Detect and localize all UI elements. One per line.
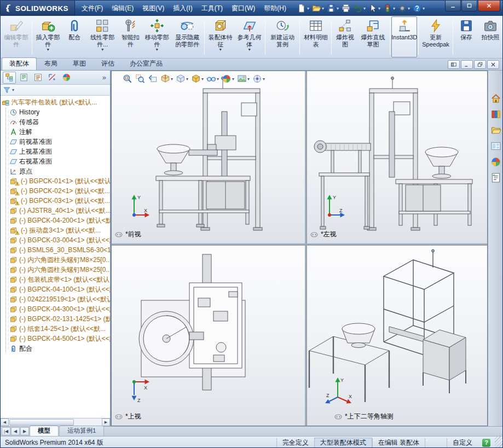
tree-item[interactable]: History xyxy=(1,107,110,117)
model-tab[interactable]: 运动算例1 xyxy=(59,426,104,436)
model-tab[interactable]: 模型 xyxy=(30,426,59,436)
edit-appearance-button[interactable]: ▾ xyxy=(221,73,235,84)
instant3d-button[interactable]: Instant3D xyxy=(391,16,417,57)
menu-item[interactable]: 文件(F) xyxy=(77,1,107,16)
viewport-front[interactable]: ▾▾▾▾▾▾▾ Y X *前视 xyxy=(112,71,305,243)
cascade-document-button[interactable] xyxy=(448,60,460,69)
command-tab[interactable]: 布局 xyxy=(37,57,65,70)
tree-item[interactable]: 前视基准面 xyxy=(1,137,110,147)
scroll-thumb[interactable] xyxy=(9,419,74,426)
solidworks-resources-tab[interactable] xyxy=(489,92,502,105)
close-window-button[interactable] xyxy=(478,1,500,11)
tree-item[interactable]: (-) 包装机皮带<1> (默认<<默认... xyxy=(1,275,110,284)
scroll-right-button[interactable]: ▶ xyxy=(102,418,110,426)
tree-item[interactable]: 原点 xyxy=(1,166,110,176)
tree-item[interactable]: (-) BGPCK-04-500<1> (默认<<默... xyxy=(1,334,110,344)
update-speedpak-button[interactable]: 更新 Speedpak xyxy=(420,16,452,57)
rebuild-button[interactable]: ▾ xyxy=(382,3,396,14)
previous-view-button[interactable] xyxy=(147,73,159,84)
menu-item[interactable]: 窗口(W) xyxy=(227,1,259,16)
minimize-document-button[interactable] xyxy=(461,60,473,69)
dimxpertmanager-tab[interactable] xyxy=(45,72,59,84)
view-settings-button[interactable]: ▾ xyxy=(251,73,266,84)
custom-properties-tab[interactable] xyxy=(489,171,502,184)
menu-item[interactable]: 插入(I) xyxy=(169,1,196,16)
save-document-button[interactable]: ▾ xyxy=(326,3,339,14)
viewport-splitter-horizontal[interactable] xyxy=(112,243,487,246)
model-tab-nav-0[interactable]: |◀ xyxy=(2,427,10,435)
maximize-window-button[interactable] xyxy=(461,1,477,11)
tree-item[interactable]: 右视基准面 xyxy=(1,156,110,166)
display-style-button[interactable]: ▾ xyxy=(190,73,205,84)
viewport-left[interactable]: Y Z *左视 xyxy=(307,71,487,243)
new-motion-study-button[interactable]: 新建运动算例 xyxy=(267,16,298,57)
model-tab-nav-1[interactable]: ◀ xyxy=(11,427,20,435)
tree-item[interactable]: (-) BGPCK-04-100<1> (默认<<默... xyxy=(1,284,110,294)
tree-horizontal-scrollbar[interactable]: ◀ ▶ xyxy=(1,418,110,426)
command-tab[interactable]: 装配体 xyxy=(2,57,37,70)
status-assembly-mode[interactable]: 大型装配体模式 xyxy=(314,438,372,448)
viewport-splitter-vertical[interactable] xyxy=(305,71,307,426)
menu-item[interactable]: 编辑(E) xyxy=(107,1,138,16)
tree-item[interactable]: (-) BGPCK-03-004<1> (默认<<默... xyxy=(1,235,110,245)
select-tool-button[interactable]: ▾ xyxy=(367,3,381,14)
help-button[interactable]: ▾ xyxy=(412,3,425,14)
tree-item[interactable]: 注解 xyxy=(1,127,110,137)
appearances-scenes-tab[interactable] xyxy=(489,155,502,168)
command-tab[interactable]: 办公室产品 xyxy=(122,57,170,70)
status-customize[interactable]: 自定义 xyxy=(447,438,478,447)
move-component-button[interactable]: 移动零部件▼ xyxy=(142,16,171,57)
tree-item[interactable]: (-) AJSTR8_40<1> (默认<<默... xyxy=(1,206,110,216)
zoom-to-area-button[interactable] xyxy=(134,73,146,84)
reference-geometry-button[interactable]: 参考几何体▼ xyxy=(235,16,264,57)
undo-button[interactable]: ▾ xyxy=(352,3,366,14)
take-snapshot-button[interactable]: 拍快照 xyxy=(478,16,502,57)
panel-overflow-chevron[interactable]: » xyxy=(101,73,108,82)
section-view-button[interactable]: ▾ xyxy=(159,73,174,84)
restore-document-button[interactable] xyxy=(474,60,486,69)
resize-grip[interactable] xyxy=(495,437,502,448)
new-document-button[interactable]: ▾ xyxy=(296,3,310,14)
model-front-view[interactable] xyxy=(142,75,279,235)
tree-item[interactable]: (-) 振动盘3<1> (默认<<默... xyxy=(1,225,110,235)
tree-item[interactable]: (-) BGPCK-02-131-1425<1> (默... xyxy=(1,314,110,324)
tree-item[interactable]: 配合 xyxy=(1,344,110,353)
tree-item[interactable]: 传感器 xyxy=(1,117,110,127)
explode-line-sketch-button[interactable]: 爆炸直线草图 xyxy=(357,16,389,57)
filter-caret-icon[interactable]: ▾ xyxy=(12,88,14,92)
mate-button[interactable]: 配合 xyxy=(62,16,86,57)
filter-funnel-icon[interactable] xyxy=(3,86,11,94)
tree-item[interactable]: (-) 内六角圆柱头螺钉M8×25[0... xyxy=(1,265,110,275)
scroll-left-button[interactable]: ◀ xyxy=(1,418,9,426)
tree-item[interactable]: 汽车零件包装机 (默认<默认... xyxy=(1,97,110,107)
design-library-tab[interactable] xyxy=(489,108,502,121)
tree-item[interactable]: (-) BGPCK-02<1> (默认<<默... xyxy=(1,186,110,196)
assembly-features-button[interactable]: 装配体特征▼ xyxy=(206,16,235,57)
quick-tips-icon[interactable]: ? xyxy=(482,439,490,447)
insert-component-button[interactable]: 插入零部件▼ xyxy=(33,16,62,57)
file-explorer-tab[interactable] xyxy=(489,124,502,137)
displaymanager-tab[interactable] xyxy=(60,72,73,84)
viewport-top[interactable]: Z X *上视 xyxy=(112,246,305,426)
print-document-button[interactable] xyxy=(340,3,351,14)
exploded-view-button[interactable]: 爆炸视图 xyxy=(333,16,357,57)
tree-item[interactable]: (-) BSMLS6_30_BSMLS6-30<1>... xyxy=(1,245,110,255)
smart-fasteners-button[interactable]: 智能扣件 xyxy=(118,16,142,57)
edit-component-button[interactable]: 编辑零部件 xyxy=(2,16,31,57)
tree-item[interactable]: (-) BGPCK-04-300<1> (默认<<默... xyxy=(1,304,110,314)
configurationmanager-tab[interactable] xyxy=(31,72,44,84)
tree-item[interactable]: (-) BGPCK-01<1> (默认<<默认... xyxy=(1,176,110,186)
command-tab[interactable]: 评估 xyxy=(94,57,122,70)
view-palette-tab[interactable] xyxy=(489,139,502,153)
open-document-button[interactable]: ▾ xyxy=(311,3,325,14)
tree-item[interactable]: (-) 0242219519<1> (默认<<默认... xyxy=(1,294,110,304)
command-tab[interactable]: 草图 xyxy=(65,57,94,70)
tree-item[interactable]: (-) BGPCK-04-200<1> (默认<默... xyxy=(1,216,110,225)
tree-item[interactable]: (-) 纸套14-25<1> (默认<<默... xyxy=(1,324,110,334)
close-document-button[interactable] xyxy=(487,60,499,69)
bill-of-materials-button[interactable]: 材料明细表 xyxy=(301,16,330,57)
model-top-view[interactable] xyxy=(132,248,280,412)
featuremanager-tab[interactable] xyxy=(3,72,16,84)
menu-item[interactable]: 视图(V) xyxy=(138,1,169,16)
apply-scene-button[interactable]: ▾ xyxy=(236,73,251,84)
